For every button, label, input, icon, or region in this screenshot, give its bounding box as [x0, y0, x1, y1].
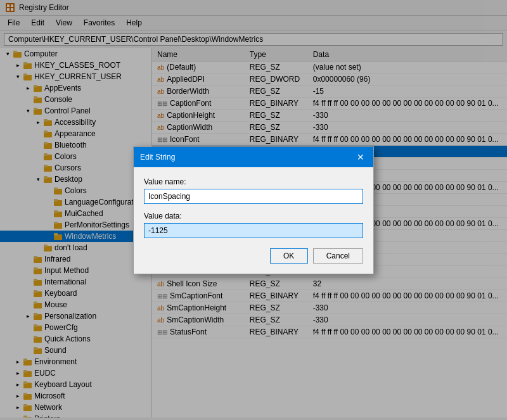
- dialog-overlay: Edit String ✕ Value name: Value data: OK…: [0, 0, 507, 417]
- value-name-label: Value name:: [144, 177, 363, 186]
- value-data-label: Value data:: [144, 212, 363, 220]
- dialog-title: Edit String: [140, 153, 175, 162]
- value-name-input[interactable]: [144, 189, 363, 204]
- dialog-body: Value name: Value data: OK Cancel: [134, 167, 373, 274]
- dialog-buttons: OK Cancel: [144, 248, 363, 264]
- edit-string-dialog: Edit String ✕ Value name: Value data: OK…: [133, 146, 374, 274]
- dialog-close-button[interactable]: ✕: [354, 151, 367, 163]
- value-data-input[interactable]: [144, 223, 363, 238]
- dialog-title-bar: Edit String ✕: [134, 147, 373, 167]
- cancel-button[interactable]: Cancel: [313, 248, 363, 264]
- ok-button[interactable]: OK: [270, 248, 308, 264]
